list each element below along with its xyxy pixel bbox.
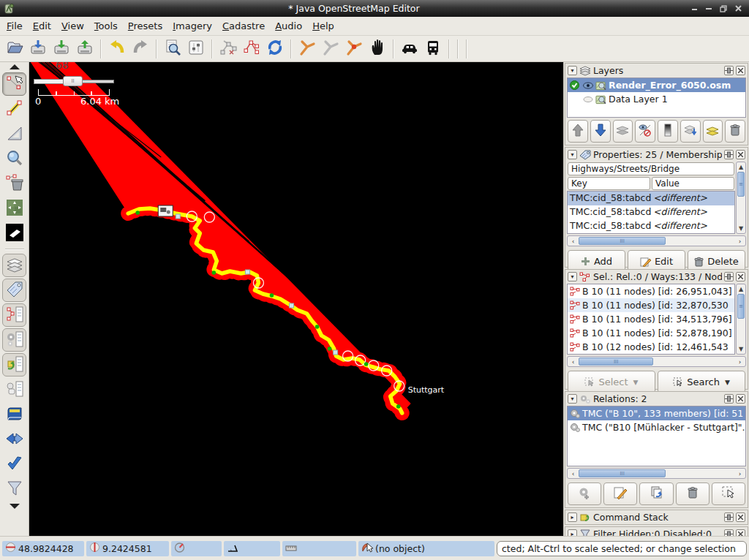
close-icon[interactable] (736, 66, 745, 75)
select-button[interactable]: Select▼ (568, 371, 655, 393)
hand-button[interactable] (366, 37, 389, 61)
menu-view[interactable]: View (58, 18, 91, 34)
merge-down-button[interactable] (680, 120, 701, 143)
collapse-arrow-icon[interactable]: ▾ (568, 66, 577, 75)
pin-icon[interactable] (724, 512, 734, 522)
scroll-down-arrow[interactable] (2, 502, 26, 510)
shade-button[interactable] (689, 4, 699, 14)
status-latitude[interactable]: 48.9824428 (2, 541, 84, 556)
menu-imagery[interactable]: Imagery (169, 18, 219, 34)
menu-help[interactable]: Help (309, 18, 341, 34)
scrollbar-thumb[interactable]: III (579, 357, 653, 366)
maximize-button[interactable] (718, 4, 729, 14)
active-layer-icon[interactable] (569, 80, 580, 91)
scroll-down-icon[interactable]: ▼ (737, 344, 745, 354)
selection-row[interactable]: B 10 (11 nodes) [id: 34,513,796] (568, 312, 734, 326)
status-longitude[interactable]: 9.2424581 (86, 541, 169, 556)
node-green[interactable] (315, 325, 320, 329)
horizontal-scrollbar[interactable]: ‹ III › (567, 356, 746, 367)
status-object-info[interactable]: (no object) (358, 541, 494, 556)
pin-icon[interactable] (724, 66, 734, 75)
delete-relation-button[interactable] (676, 483, 710, 505)
layer-status-blank[interactable] (569, 94, 580, 105)
measure-tool[interactable] (2, 122, 26, 145)
selection-row[interactable]: B 10 (11 nodes) [id: 52,878,190] (568, 326, 734, 340)
tag-row[interactable]: TMC:cid_58:tabcd... <different> (568, 219, 734, 233)
node-square[interactable] (176, 214, 180, 219)
collapse-arrow-icon[interactable]: ▾ (568, 272, 577, 281)
imagery-offset-tool[interactable] (2, 197, 26, 220)
select-relation-button[interactable] (712, 483, 745, 505)
toggle-visibility-button[interactable] (635, 120, 655, 143)
zoom-slider-handle[interactable]: II (63, 76, 83, 86)
filter-toggle[interactable] (2, 477, 26, 501)
menu-tools[interactable]: Tools (91, 18, 124, 34)
menu-file[interactable]: File (3, 18, 29, 34)
scrollbar-thumb[interactable]: ≡ (737, 172, 745, 197)
scroll-left-icon[interactable]: ‹ (568, 357, 579, 366)
delete-layer-button[interactable] (725, 120, 745, 143)
download-button[interactable] (50, 37, 73, 61)
column-header-key[interactable]: Key (568, 177, 650, 190)
undo-button[interactable] (105, 37, 129, 61)
pin-icon[interactable] (724, 394, 734, 404)
delete-tool[interactable] (2, 172, 26, 195)
menu-audio[interactable]: Audio (271, 18, 309, 34)
select-tool[interactable] (2, 72, 26, 96)
way-red-button[interactable] (240, 37, 263, 61)
save-button[interactable] (26, 37, 50, 61)
open-button[interactable] (3, 37, 26, 61)
close-icon[interactable] (736, 272, 745, 281)
status-distance[interactable] (282, 541, 356, 556)
node-green[interactable] (135, 211, 140, 215)
vertical-scrollbar[interactable]: ▲ ≡ ▼ (736, 284, 746, 355)
eye-closed-icon[interactable] (582, 94, 593, 105)
preset-link[interactable]: Highways/Streets/Bridge (568, 162, 734, 175)
eye-open-icon[interactable] (582, 80, 593, 91)
zoom-slider[interactable]: II (34, 76, 114, 86)
node-green[interactable] (328, 347, 332, 351)
node-square[interactable] (245, 270, 249, 274)
preferences-button[interactable] (184, 37, 208, 61)
relations-toggle[interactable] (2, 328, 26, 352)
zoom-tool[interactable] (2, 147, 26, 170)
layer-down-button[interactable] (590, 120, 611, 143)
relation-row[interactable]: TMC ("B10 [Mühlacker - Stuttgart]". (568, 420, 745, 434)
expand-arrow-icon[interactable]: ▸ (568, 512, 577, 522)
opacity-button[interactable] (658, 120, 678, 143)
scroll-right-icon[interactable]: › (734, 357, 745, 366)
update-data-button[interactable] (263, 37, 287, 61)
scroll-up-arrow[interactable] (2, 63, 26, 71)
statusbar-help-text[interactable]: cted; Alt-Ctrl to scale selected; or cha… (497, 541, 747, 556)
search-button[interactable]: Search▼ (658, 371, 745, 393)
layer-row[interactable]: Data Layer 1 (568, 92, 745, 106)
close-icon[interactable] (736, 394, 745, 404)
node-green[interactable] (364, 362, 369, 366)
horizontal-scrollbar[interactable]: ‹ III › (567, 235, 746, 246)
notes-toggle[interactable] (2, 403, 26, 426)
scroll-up-icon[interactable]: ▲ (737, 284, 745, 294)
node-green[interactable] (270, 293, 274, 298)
upload-button[interactable] (73, 37, 97, 61)
scroll-down-icon[interactable]: ▼ (737, 224, 745, 233)
combine-way-button[interactable] (296, 37, 319, 61)
scrollbar-thumb[interactable]: ≡ (737, 294, 745, 319)
layer-up-button[interactable] (568, 120, 588, 143)
status-angle[interactable] (224, 541, 280, 556)
close-button[interactable] (733, 4, 743, 14)
selection-row[interactable]: B 10 (11 nodes) [id: 26,951,043] (568, 284, 734, 298)
selection-row[interactable]: B 10 (11 nodes) [id: 32,870,530 (568, 298, 734, 312)
selection-toggle[interactable] (2, 303, 26, 327)
node-square[interactable] (289, 303, 293, 308)
node-square[interactable] (334, 350, 338, 355)
history-toggle[interactable] (2, 378, 26, 401)
horizontal-scrollbar[interactable]: ‹ III › (567, 468, 746, 479)
split-way-button[interactable] (342, 37, 366, 61)
scrollbar-thumb[interactable]: III (579, 469, 666, 477)
properties-toggle[interactable] (2, 279, 26, 302)
extrude-tool[interactable] (2, 222, 26, 245)
layers-toggle[interactable] (2, 254, 26, 277)
new-relation-button[interactable] (568, 483, 601, 505)
relation-row[interactable]: TMC ("B 10", 133 members) [id: 51 (568, 406, 745, 420)
layer-row[interactable]: Render_Error_6050.osm (568, 78, 745, 92)
